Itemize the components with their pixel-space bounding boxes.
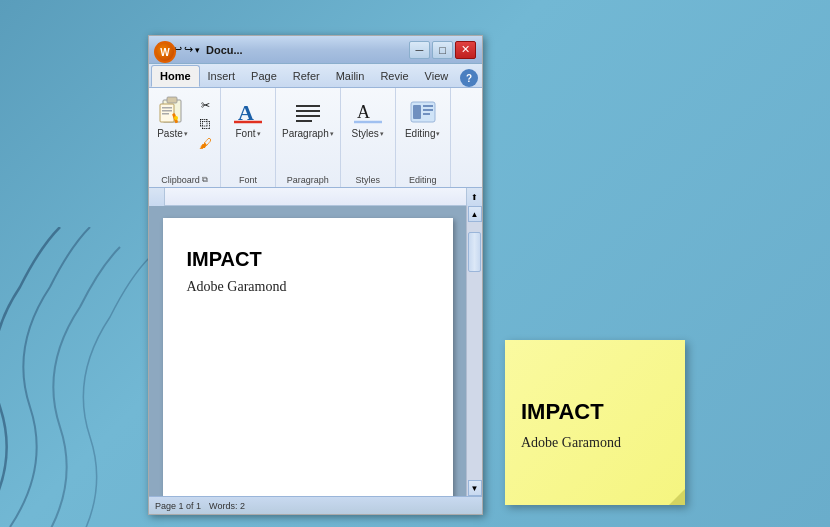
font-group-label: Font [235, 173, 261, 187]
font-group: A Font ▾ Font [221, 88, 276, 187]
word-count: Words: 2 [209, 501, 245, 511]
svg-rect-17 [413, 105, 421, 119]
status-bar: Page 1 of 1 Words: 2 [149, 496, 482, 514]
qa-dropdown[interactable]: ▾ [195, 45, 200, 55]
ribbon-tabs: Home Insert Page Refer Mailin Revie View… [149, 64, 482, 88]
font-icon: A [232, 96, 264, 128]
clipboard-group: Paste ▾ ✂ ⿻ 🖌 Clipboard ⧉ [149, 88, 221, 187]
editing-dropdown-arrow: ▾ [436, 130, 440, 138]
paragraph-button[interactable]: Paragraph ▾ [278, 94, 338, 142]
editing-label: Editing [405, 128, 436, 140]
decorative-waves [0, 227, 160, 527]
clipboard-label: Clipboard ⧉ [157, 173, 212, 187]
editing-button[interactable]: Editing ▾ [401, 94, 445, 142]
document-text-impact: IMPACT [187, 248, 429, 271]
ruler-area: ⬆ [149, 188, 482, 206]
ribbon: Paste ▾ ✂ ⿻ 🖌 Clipboard ⧉ [149, 88, 482, 188]
svg-rect-20 [423, 113, 430, 115]
paste-label: Paste [157, 128, 183, 140]
tab-mailing[interactable]: Mailin [328, 65, 373, 87]
title-bar: W 💾 ↩ ↪ ▾ Docu... ─ □ ✕ [149, 36, 482, 64]
styles-icon: A [352, 96, 384, 128]
styles-group: A Styles ▾ Styles [341, 88, 396, 187]
window-title: Docu... [206, 44, 409, 56]
page-info: Page 1 of 1 [155, 501, 201, 511]
scroll-track[interactable] [467, 222, 482, 480]
paste-icon [157, 96, 189, 128]
paragraph-icon [292, 96, 324, 128]
copy-button[interactable]: ⿻ [195, 115, 217, 133]
svg-point-7 [174, 116, 178, 120]
styles-group-content: A Styles ▾ [348, 92, 388, 173]
format-painter-button[interactable]: 🖌 [195, 134, 217, 152]
sticky-corner [669, 489, 685, 505]
horizontal-ruler [165, 188, 482, 205]
paste-button[interactable]: Paste ▾ [153, 94, 193, 142]
office-button[interactable]: W [154, 41, 176, 63]
paragraph-group-content: Paragraph ▾ [278, 92, 338, 173]
word-window: W 💾 ↩ ↪ ▾ Docu... ─ □ ✕ Home Insert Page… [148, 35, 483, 515]
paragraph-group: Paragraph ▾ Paragraph [276, 88, 341, 187]
paragraph-group-label: Paragraph [283, 173, 333, 187]
tab-review[interactable]: Revie [372, 65, 416, 87]
svg-rect-4 [162, 110, 172, 112]
document-page: IMPACT Adobe Garamond [163, 218, 453, 496]
font-dropdown-arrow: ▾ [257, 130, 261, 138]
clipboard-group-content: Paste ▾ ✂ ⿻ 🖌 [153, 92, 217, 173]
office-button-icon: W [160, 47, 169, 58]
ruler-scroll-icon: ⬆ [466, 188, 482, 206]
maximize-button[interactable]: □ [432, 41, 453, 59]
editing-group: Editing ▾ Editing [396, 88, 451, 187]
font-group-content: A Font ▾ [228, 92, 268, 173]
sticky-note: IMPACT Adobe Garamond [505, 340, 685, 505]
paste-dropdown-arrow: ▾ [184, 130, 188, 138]
document-text-garamond: Adobe Garamond [187, 279, 429, 295]
minimize-button[interactable]: ─ [409, 41, 430, 59]
styles-group-label: Styles [351, 173, 384, 187]
cut-button[interactable]: ✂ [195, 96, 217, 114]
ruler-corner [149, 188, 165, 206]
tab-view[interactable]: View [417, 65, 457, 87]
editing-group-label: Editing [405, 173, 441, 187]
help-button[interactable]: ? [460, 69, 478, 87]
sticky-note-garamond: Adobe Garamond [521, 435, 669, 451]
redo-qa-button[interactable]: ↪ [184, 43, 193, 56]
svg-rect-1 [167, 97, 177, 103]
editing-group-content: Editing ▾ [401, 92, 445, 173]
clipboard-small-buttons: ✂ ⿻ 🖌 [195, 94, 217, 152]
editing-icon [407, 96, 439, 128]
font-button[interactable]: A Font ▾ [228, 94, 268, 142]
svg-text:A: A [357, 102, 370, 122]
paragraph-label: Paragraph [282, 128, 329, 140]
scroll-up-button[interactable]: ▲ [468, 206, 482, 222]
svg-rect-18 [423, 105, 433, 107]
svg-rect-3 [162, 107, 172, 109]
font-label: Font [235, 128, 255, 140]
tab-home[interactable]: Home [151, 65, 200, 87]
window-controls: ─ □ ✕ [409, 41, 476, 59]
styles-button[interactable]: A Styles ▾ [348, 94, 388, 142]
scroll-down-button[interactable]: ▼ [468, 480, 482, 496]
vertical-scrollbar: ▲ ▼ [466, 206, 482, 496]
styles-dropdown-arrow: ▾ [380, 130, 384, 138]
styles-label: Styles [352, 128, 379, 140]
svg-rect-19 [423, 109, 433, 111]
tab-refer[interactable]: Refer [285, 65, 328, 87]
tab-page[interactable]: Page [243, 65, 285, 87]
document-area: IMPACT Adobe Garamond ▲ ▼ [149, 206, 482, 496]
close-button[interactable]: ✕ [455, 41, 476, 59]
clipboard-expand-icon[interactable]: ⧉ [202, 175, 208, 185]
svg-rect-5 [162, 113, 169, 115]
document-scroll[interactable]: IMPACT Adobe Garamond [149, 206, 466, 496]
sticky-note-impact: IMPACT [521, 399, 669, 425]
scroll-thumb[interactable] [468, 232, 481, 272]
tab-insert[interactable]: Insert [200, 65, 244, 87]
paragraph-dropdown-arrow: ▾ [330, 130, 334, 138]
